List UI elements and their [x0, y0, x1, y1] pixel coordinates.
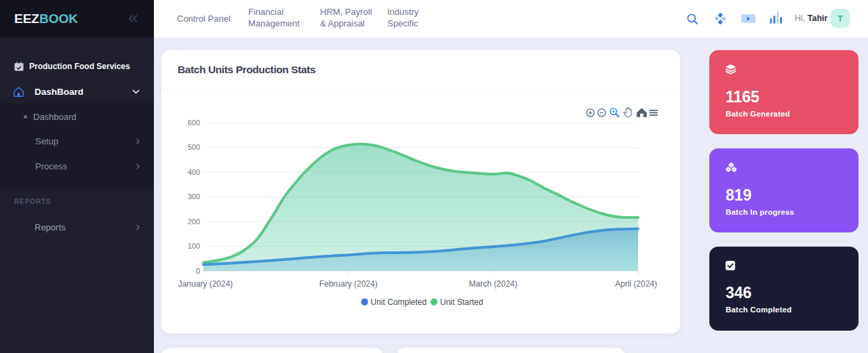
- svg-text:200: 200: [188, 217, 200, 226]
- svg-text:0: 0: [196, 267, 200, 275]
- svg-text:April (2024): April (2024): [615, 279, 657, 289]
- svg-text:100: 100: [188, 242, 200, 250]
- svg-text:January (2024): January (2024): [178, 279, 233, 289]
- svg-text:600: 600: [188, 119, 200, 127]
- svg-text:500: 500: [188, 143, 200, 151]
- svg-text:300: 300: [188, 192, 200, 201]
- svg-text:Unit Started: Unit Started: [440, 297, 483, 307]
- svg-text:February (2024): February (2024): [319, 279, 378, 289]
- svg-text:March (2024): March (2024): [469, 279, 517, 289]
- svg-text:Unit Completed: Unit Completed: [371, 297, 427, 307]
- svg-text:400: 400: [188, 168, 200, 176]
